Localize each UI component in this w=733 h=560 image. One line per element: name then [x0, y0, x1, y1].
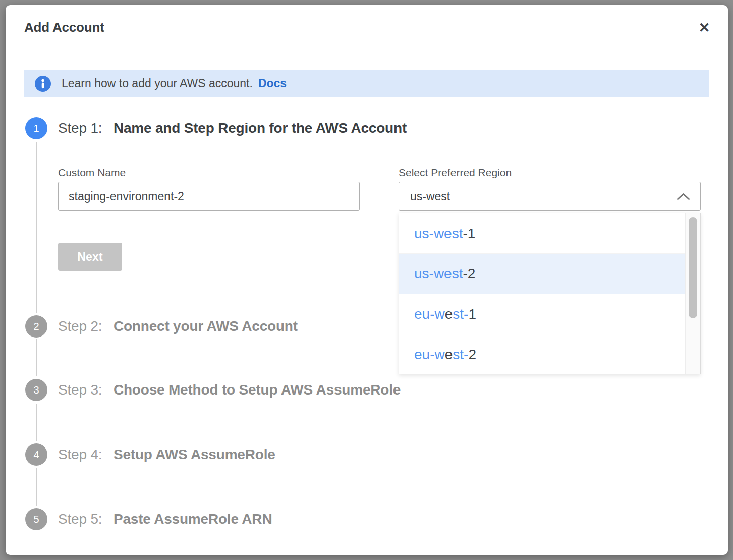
region-option-eu-west-2[interactable]: eu-west-2: [399, 334, 685, 375]
region-options-list: us-west-1 us-west-2 eu-west-1 eu-west-2: [399, 213, 685, 374]
option-plain-text: 1: [468, 306, 476, 322]
option-plain-text: -1: [463, 226, 475, 242]
modal-header: Add Account ✕: [6, 5, 728, 50]
step-4-heading: 4 Step 4: Setup AWS AssumeRole: [25, 443, 275, 466]
step-connector-3: [36, 404, 37, 441]
step-connector-2: [36, 339, 37, 376]
step-connector-4: [36, 468, 37, 506]
step-4-title: Setup AWS AssumeRole: [114, 446, 275, 462]
header-divider: [6, 50, 728, 50]
dropdown-scrollbar-thumb[interactable]: [689, 217, 697, 318]
chevron-up-icon[interactable]: [676, 193, 690, 200]
step-2-heading: 2 Step 2: Connect your AWS Account: [25, 315, 298, 338]
info-banner: Learn how to add your AWS account. Docs: [24, 70, 709, 97]
option-match-text: eu-w: [414, 347, 445, 363]
close-button[interactable]: ✕: [694, 17, 715, 38]
step-5-heading: 5 Step 5: Paste AssumeRole ARN: [25, 508, 272, 530]
step-1-badge: 1: [25, 117, 47, 139]
region-option-eu-west-1[interactable]: eu-west-1: [399, 294, 685, 334]
step-5-title: Paste AssumeRole ARN: [114, 511, 272, 527]
step-2-prefix: Step 2:: [58, 318, 102, 334]
option-match-text: st-: [453, 347, 468, 363]
region-option-us-west-1[interactable]: us-west-1: [399, 213, 685, 254]
option-match-text: us-west: [414, 266, 463, 282]
option-plain-text: 2: [468, 347, 476, 363]
step-3-title: Choose Method to Setup AWS AssumeRole: [114, 382, 401, 398]
step-2-badge: 2: [25, 315, 47, 338]
step-4-badge: 4: [25, 443, 47, 466]
step-5-prefix: Step 5:: [58, 511, 102, 527]
option-plain-text: e: [445, 306, 453, 322]
dropdown-scrollbar-track[interactable]: [685, 213, 700, 374]
step-1-heading: 1 Step 1: Name and Step Region for the A…: [25, 117, 407, 139]
option-plain-text: e: [445, 347, 453, 363]
modal-title: Add Account: [24, 5, 104, 50]
info-icon: [35, 76, 51, 92]
step-3-heading: 3 Step 3: Choose Method to Setup AWS Ass…: [25, 379, 401, 401]
step-3-prefix: Step 3:: [58, 382, 102, 398]
region-dropdown: us-west-1 us-west-2 eu-west-1 eu-west-2: [399, 213, 701, 374]
region-value: us-west: [410, 190, 450, 203]
option-match-text: us-west: [414, 226, 463, 242]
step-5-badge: 5: [25, 508, 47, 530]
custom-name-label: Custom Name: [58, 166, 126, 179]
step-4-prefix: Step 4:: [58, 446, 102, 462]
custom-name-input[interactable]: [58, 182, 360, 211]
step-2-title: Connect your AWS Account: [114, 318, 298, 334]
modal-backdrop: Add Account ✕ Learn how to add your AWS …: [0, 0, 733, 560]
region-option-us-west-2[interactable]: us-west-2: [399, 254, 685, 294]
option-match-text: st-: [453, 306, 468, 322]
region-combobox[interactable]: us-west: [399, 182, 701, 211]
step-1-prefix: Step 1:: [58, 120, 102, 136]
step-connector-1: [36, 142, 37, 313]
region-label: Select Preferred Region: [399, 166, 512, 179]
option-match-text: eu-w: [414, 306, 445, 322]
step-1-title: Name and Step Region for the AWS Account: [114, 120, 407, 136]
step-3-badge: 3: [25, 379, 47, 401]
banner-text: Learn how to add your AWS account.: [62, 77, 253, 90]
option-plain-text: -2: [463, 266, 475, 282]
close-icon: ✕: [699, 20, 710, 36]
docs-link[interactable]: Docs: [258, 77, 287, 90]
next-button[interactable]: Next: [58, 243, 122, 271]
add-account-modal: Add Account ✕ Learn how to add your AWS …: [6, 5, 728, 555]
